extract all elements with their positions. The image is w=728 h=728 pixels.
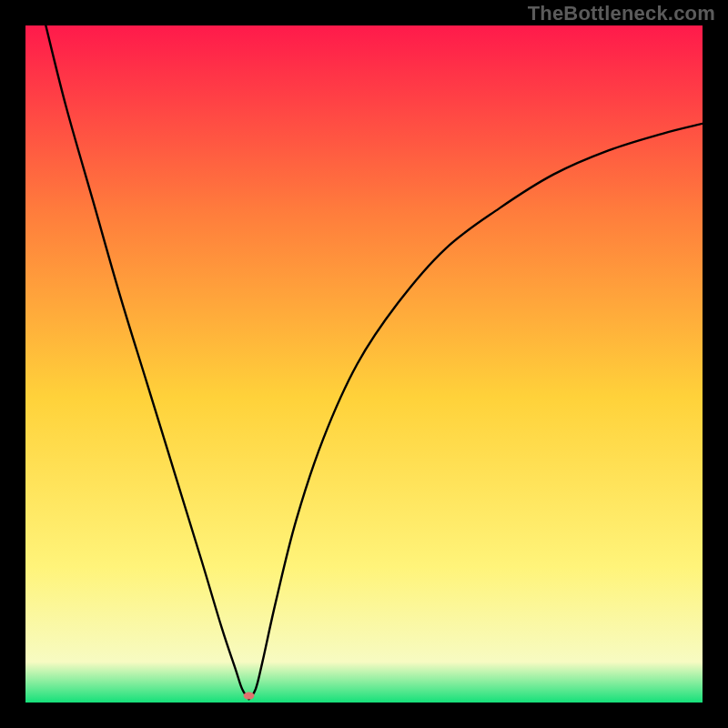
watermark-text: TheBottleneck.com [528, 2, 715, 25]
plot-area [25, 25, 703, 703]
chart-svg [25, 25, 703, 703]
minimum-marker [244, 693, 255, 700]
chart-frame: TheBottleneck.com [0, 0, 728, 728]
chart-background [25, 25, 703, 703]
